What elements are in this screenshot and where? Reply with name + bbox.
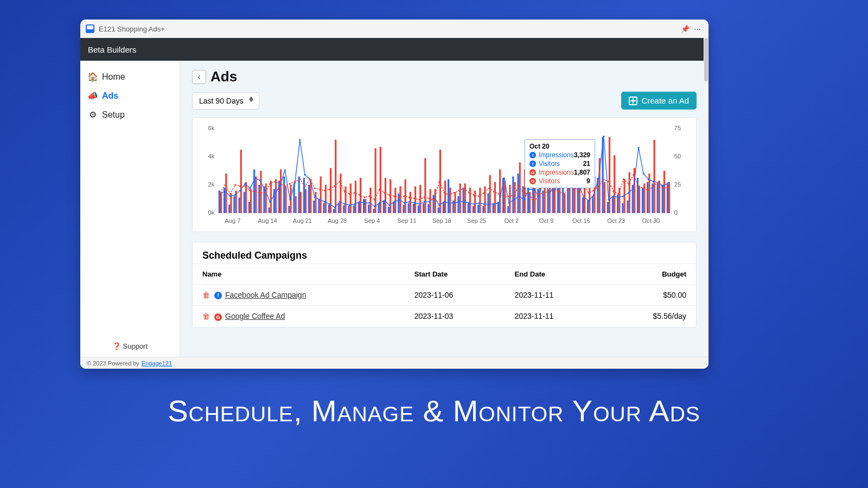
svg-point-282 [612,195,614,197]
svg-rect-49 [288,206,290,213]
scrollbar[interactable] [704,38,709,357]
plus-icon [629,97,637,105]
table-header: End Date [505,264,605,285]
sidebar: 🏠 Home 📣 Ads ⚙ Setup ❓ Support [80,61,180,357]
svg-point-376 [628,183,629,184]
svg-point-260 [503,177,505,179]
svg-point-356 [528,192,529,194]
svg-point-225 [329,203,330,205]
svg-rect-93 [398,194,399,213]
campaign-link[interactable]: Facebook Ad Campaign [225,291,306,299]
scrollbar-thumb[interactable] [704,38,708,81]
svg-rect-37 [258,185,260,213]
svg-rect-67 [333,209,335,213]
date-range-select[interactable]: Last 90 Days [192,92,259,110]
svg-point-244 [424,201,425,203]
svg-rect-46 [280,169,282,213]
svg-point-378 [637,185,639,187]
svg-point-248 [443,201,445,203]
svg-point-374 [618,193,620,195]
svg-point-261 [508,202,510,204]
create-ad-button[interactable]: Create an Ad [621,92,697,110]
svg-rect-132 [494,182,496,213]
svg-point-306 [279,183,280,184]
sidebar-item-label: Setup [102,110,125,120]
svg-rect-112 [444,181,446,213]
google-icon: G [529,178,536,184]
svg-rect-138 [509,185,510,213]
sidebar-item-setup[interactable]: ⚙ Setup [82,105,177,124]
svg-text:50: 50 [674,153,681,159]
svg-rect-195 [652,183,653,213]
svg-rect-80 [365,199,366,213]
svg-point-237 [388,204,390,206]
svg-rect-176 [604,182,605,213]
svg-rect-63 [323,203,325,213]
pin-icon[interactable]: 📌 [679,25,691,33]
svg-point-311 [304,185,305,187]
svg-text:0k: 0k [208,209,215,216]
sidebar-item-ads[interactable]: 📣 Ads [82,86,177,105]
svg-rect-105 [427,204,429,213]
delete-icon[interactable]: 🗑 [202,291,210,299]
svg-rect-104 [424,158,426,213]
svg-rect-92 [394,188,396,213]
svg-rect-117 [457,196,459,213]
svg-rect-190 [639,187,640,213]
svg-point-342 [458,190,460,191]
table-row: 🗑GGoogle Coffee Ad2023-11-032023-11-11$5… [193,306,696,327]
svg-point-369 [593,190,595,191]
svg-rect-73 [348,206,349,213]
more-icon[interactable]: ⋯ [691,25,703,33]
svg-rect-128 [484,187,486,213]
svg-point-294 [219,192,221,194]
svg-rect-69 [338,203,340,213]
svg-point-266 [533,189,535,190]
table-header: Start Date [405,264,505,285]
chart-card: 0k2k4k6k0255075Aug 7Aug 14Aug 21Aug 28Se… [192,117,697,232]
titlebar: E121 Shopping Ads+ 📌 ⋯ [80,20,709,38]
svg-rect-90 [390,179,391,213]
svg-rect-179 [612,196,614,213]
support-link[interactable]: ❓ Support [80,336,180,357]
svg-point-292 [662,185,664,187]
svg-point-281 [608,198,609,200]
svg-rect-191 [642,188,643,213]
svg-point-228 [344,203,346,205]
svg-point-310 [299,178,301,180]
svg-point-362 [558,191,559,192]
svg-point-226 [334,207,335,208]
svg-point-262 [513,198,515,200]
svg-rect-31 [244,192,245,213]
svg-point-258 [493,203,495,205]
svg-point-280 [603,136,604,137]
svg-rect-27 [233,196,235,213]
svg-point-351 [503,196,505,198]
svg-point-251 [458,201,460,203]
svg-rect-42 [270,181,272,213]
svg-point-329 [394,195,395,197]
svg-rect-198 [659,181,660,213]
sidebar-item-home[interactable]: 🏠 Home [82,67,177,86]
svg-rect-197 [656,183,658,213]
svg-point-368 [588,192,590,194]
svg-rect-72 [344,187,346,213]
svg-rect-101 [418,206,419,213]
app-logo-icon [86,24,94,33]
svg-rect-122 [469,188,471,213]
svg-rect-33 [248,202,250,213]
engage121-link[interactable]: Engage121 [142,360,172,367]
svg-point-326 [379,189,380,190]
svg-point-360 [548,191,550,192]
google-icon: G [529,169,536,176]
tooltip-date: Oct 20 [529,143,590,150]
svg-rect-89 [388,207,390,213]
svg-point-263 [518,195,520,197]
svg-point-223 [319,198,321,200]
back-button[interactable]: ‹ [192,70,206,84]
svg-point-238 [394,201,395,203]
delete-icon[interactable]: 🗑 [202,312,210,320]
svg-point-283 [618,196,620,198]
google-icon: G [214,313,222,321]
campaign-link[interactable]: Google Coffee Ad [225,312,285,320]
